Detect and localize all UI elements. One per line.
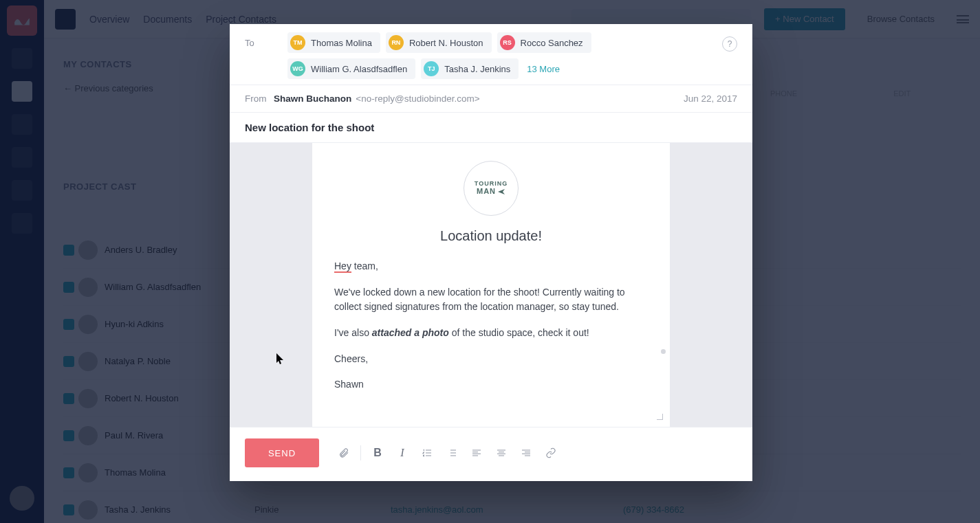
link-icon [545,447,556,458]
attachment-button[interactable] [331,441,356,465]
more-recipients-link[interactable]: 13 More [527,64,560,74]
recipient-chips: TMThomas MolinaRNRobert N. HoustonRSRocc… [287,32,708,79]
from-name: Shawn Buchanon [274,93,351,104]
avatar-badge: WG [290,61,305,76]
align-right-icon [521,447,532,458]
ordered-list-button[interactable] [415,441,439,465]
avatar-badge: RN [389,35,404,50]
body-paragraph-1: We've locked down a new location for the… [334,285,648,315]
toolbar-divider [360,445,361,460]
avatar-badge: TJ [424,61,439,76]
recipient-chip[interactable]: TJTasha J. Jenkins [421,58,519,79]
recipients-row: To TMThomas MolinaRNRobert N. HoustonRSR… [230,24,752,85]
list-ul-icon [446,447,457,458]
compose-toolbar: SEND B I [230,427,752,481]
avatar-badge: TM [290,35,305,50]
recipient-chip[interactable]: RSRocco Sanchez [497,32,591,53]
align-right-button[interactable] [514,441,538,465]
subject-field[interactable]: New location for the shoot [230,113,752,143]
help-icon[interactable]: ? [722,36,737,52]
recipient-name: Thomas Molina [311,38,372,48]
brand-line2: MAN [477,188,496,196]
align-left-icon [471,447,482,458]
resize-handle[interactable] [656,413,663,420]
scroll-indicator [661,349,666,354]
recipient-chip[interactable]: RNRobert N. Houston [386,32,492,53]
recipient-name: Robert N. Houston [409,38,483,48]
signoff-line: Cheers, [334,352,648,367]
link-button[interactable] [538,441,563,465]
from-label: From [245,93,274,104]
plane-icon [497,188,505,196]
send-button[interactable]: SEND [245,438,319,467]
recipient-name: Tasha J. Jenkins [444,64,510,74]
sent-date: Jun 22, 2017 [684,93,737,104]
from-email: <no-reply@studiobinder.com> [356,93,479,104]
from-row: From Shawn Buchanon <no-reply@studiobind… [230,85,752,113]
email-heading: Location update! [334,228,648,244]
mouse-cursor [276,353,285,366]
bold-button[interactable]: B [365,441,390,465]
align-center-button[interactable] [489,441,514,465]
italic-button[interactable]: I [390,441,415,465]
recipient-chip[interactable]: WGWilliam G. Alasdfsadflen [287,58,415,79]
avatar-badge: RS [500,35,515,50]
brand-logo-circle: TOURING MAN [464,161,519,216]
list-ol-icon [422,447,433,458]
recipient-chip[interactable]: TMThomas Molina [287,32,380,53]
greeting-line: Hey team, [334,259,648,274]
unordered-list-button[interactable] [439,441,464,465]
paperclip-icon [338,447,349,458]
to-label: To [245,32,274,48]
align-left-button[interactable] [464,441,489,465]
compose-modal: To TMThomas MolinaRNRobert N. HoustonRSR… [230,24,752,481]
recipient-name: William G. Alasdfsadflen [311,64,407,74]
recipient-name: Rocco Sanchez [521,38,583,48]
email-body-area: TOURING MAN Location update! Hey team, W… [230,143,752,427]
body-paragraph-2: I've also attached a photo of the studio… [334,326,648,341]
email-content-card[interactable]: TOURING MAN Location update! Hey team, W… [312,143,670,427]
signature-name: Shawn [334,377,648,392]
align-center-icon [496,447,507,458]
